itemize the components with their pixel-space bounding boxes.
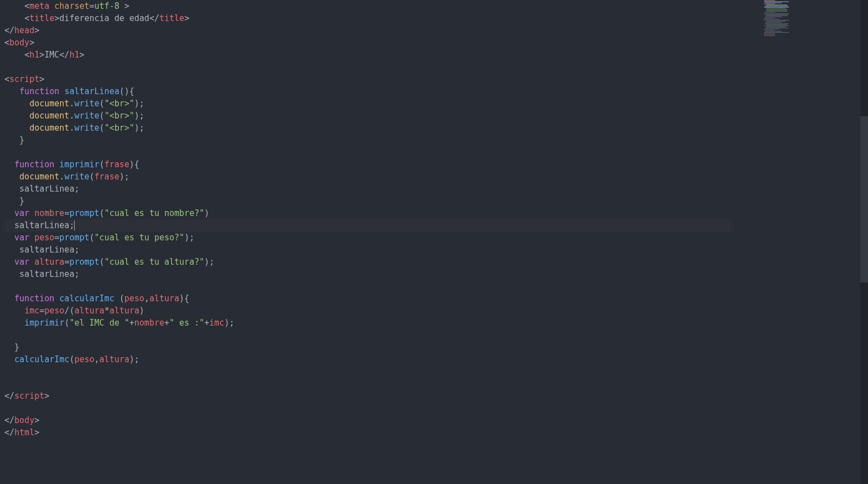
code-line: var peso=prompt("cual es tu peso?"); [4,231,732,244]
code-line: saltarLinea; [4,244,732,256]
code-line: calcularImc(peso,altura); [4,353,732,365]
code-line [4,402,732,414]
code-line: saltarLinea; [4,183,732,195]
minimap[interactable] [763,0,796,44]
code-line: <body> [4,37,732,49]
code-line [4,329,732,341]
code-line [4,61,732,73]
code-line: imprimir("el IMC de "+nombre+" es :"+imc… [4,317,732,329]
code-line: document.write(frase); [4,171,732,183]
code-line: </script> [4,390,732,402]
code-line: <script> [4,73,732,85]
code-line: saltarLinea; [4,268,732,280]
code-line: } [4,341,732,353]
code-line: document.write("<br>"); [4,97,732,110]
code-line: function imprimir(frase){ [4,158,732,171]
code-line: } [4,134,732,146]
code-line-active: saltarLinea; [4,219,732,231]
code-line: </head> [4,24,732,37]
code-line: </html> [4,426,732,439]
code-line: document.write("<br>"); [4,110,732,122]
code-line [4,280,732,292]
scrollbar-thumb[interactable] [860,116,868,282]
code-line: } [4,195,732,207]
code-line: <title>diferencia de edad</title> [4,12,732,24]
code-line [4,378,732,390]
vertical-scrollbar[interactable] [860,0,868,484]
code-line: <h1>IMC</h1> [4,49,732,61]
code-line [4,365,732,378]
text-cursor [74,220,75,230]
code-line: imc=peso/(altura*altura) [4,305,732,317]
code-line: var altura=prompt("cual es tu altura?"); [4,256,732,268]
code-line: function calcularImc (peso,altura){ [4,292,732,305]
code-line: document.write("<br>"); [4,122,732,134]
code-line: function saltarLinea(){ [4,85,732,97]
code-editor[interactable]: <meta charset=utf-8 > <title>diferencia … [0,0,737,484]
code-line: var nombre=prompt("cual es tu nombre?") [4,207,732,219]
code-line [4,146,732,158]
code-line: <meta charset=utf-8 > [4,0,732,12]
code-line: </body> [4,414,732,426]
